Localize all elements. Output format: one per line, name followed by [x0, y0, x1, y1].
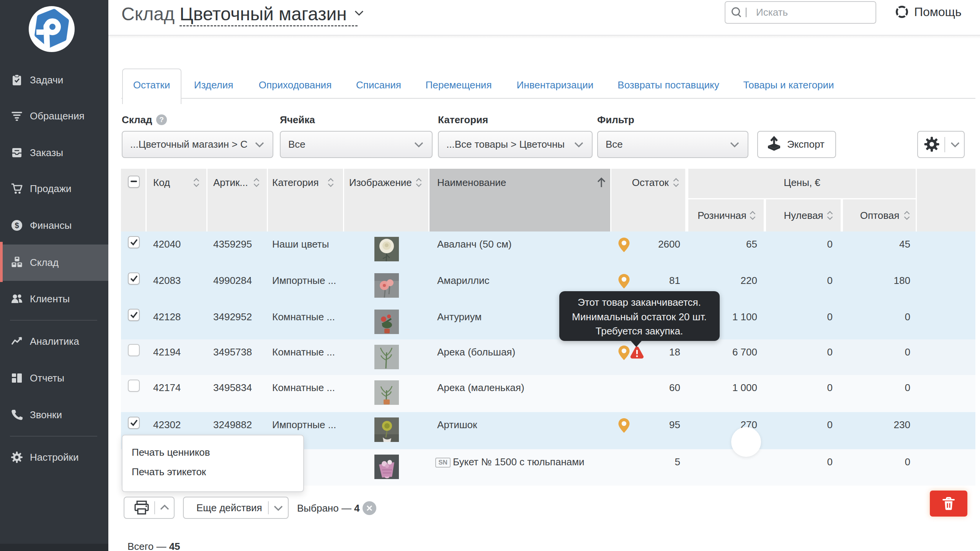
svg-text:$: $: [15, 221, 19, 230]
